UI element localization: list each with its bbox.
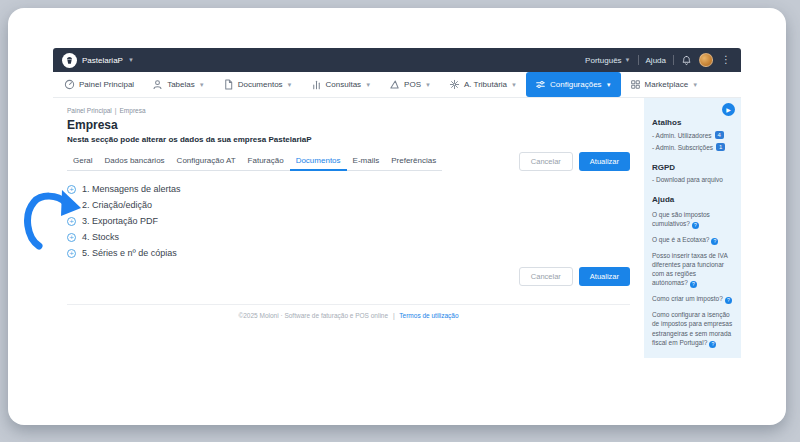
language-menu[interactable]: Português ▼ (585, 56, 630, 65)
accordion-label: 2. Criação/edição (82, 200, 152, 210)
rgpd-title: RGPD (652, 163, 733, 172)
shortcut-label: - Admin. Subscrições (652, 144, 713, 151)
main-nav: Painel Principal Tabelas ▼ Documentos ▼ (53, 72, 741, 98)
tab-faturacao[interactable]: Faturação (242, 153, 290, 170)
help-title: Ajuda (652, 195, 733, 204)
accordion-item-exportacao-pdf[interactable]: + 3. Exportação PDF (67, 213, 630, 229)
nav-item-consultas[interactable]: Consultas ▼ (302, 72, 381, 97)
help-circle-icon: ? (692, 222, 699, 229)
tab-geral[interactable]: Geral (67, 153, 99, 170)
reports-icon (311, 79, 322, 90)
collapse-sidebar-button[interactable]: ▶ (722, 103, 735, 116)
divider (673, 55, 674, 65)
sidebar-item-admin-subscricoes[interactable]: - Admin. Subscrições 1 (652, 143, 733, 151)
accordion-label: 1. Mensagens de alertas (82, 184, 181, 194)
nav-label: Consultas (326, 80, 362, 89)
help-link-criar-imposto[interactable]: Como criar um imposto?? (652, 294, 733, 304)
tab-dados-bancarios[interactable]: Dados bancários (99, 153, 171, 170)
pos-icon (389, 79, 400, 90)
settings-sliders-icon (535, 79, 546, 90)
nav-item-a-tributaria[interactable]: A. Tributária ▼ (440, 72, 526, 97)
notifications-button[interactable] (681, 55, 692, 66)
help-circle-icon: ? (709, 341, 716, 348)
divider (638, 55, 639, 65)
help-link-taxas-iva[interactable]: Posso inserir taxas de IVA diferentes pa… (652, 251, 733, 288)
sidebar: ▶ Atalhos - Admin. Utilizadores 4 - Admi… (644, 98, 741, 358)
documents-icon (223, 79, 234, 90)
help-link-impostos-cumulativos[interactable]: O que são impostos cumulativos?? (652, 210, 733, 229)
nav-item-configuracoes[interactable]: Configurações ▼ (526, 72, 621, 97)
nav-item-marketplace[interactable]: Marketplace ▼ (621, 72, 708, 97)
shortcut-label: - Admin. Utilizadores (652, 132, 712, 139)
app-frame: PastelariaP ▼ Português ▼ Ajuda (53, 48, 741, 358)
nav-item-documentos[interactable]: Documentos ▼ (214, 72, 302, 97)
nav-item-pos[interactable]: POS ▼ (380, 72, 440, 97)
chevron-down-icon: ▼ (625, 57, 631, 63)
topbar: PastelariaP ▼ Português ▼ Ajuda (53, 48, 741, 72)
chevron-down-icon: ▼ (606, 82, 612, 88)
update-button[interactable]: Atualizar (579, 152, 630, 171)
tabs-row: Geral Dados bancários Configuração AT Fa… (67, 152, 630, 171)
nav-label: Marketplace (645, 80, 689, 89)
help-link-label: Posso inserir taxas de IVA diferentes pa… (652, 252, 727, 286)
plus-circle-icon: + (67, 185, 76, 194)
tab-configuracao-at[interactable]: Configuração AT (171, 153, 242, 170)
help-circle-icon: ? (711, 238, 718, 245)
accordion-item-stocks[interactable]: + 4. Stocks (67, 229, 630, 245)
breadcrumb: Painel Principal | Empresa (67, 107, 630, 114)
sidebar-item-download-arquivo[interactable]: - Download para arquivo (652, 176, 733, 183)
nav-label: Tabelas (167, 80, 195, 89)
chevron-down-icon: ▼ (425, 82, 431, 88)
dashboard-icon (64, 79, 75, 90)
update-button[interactable]: Atualizar (579, 267, 630, 286)
cancel-button[interactable]: Cancelar (519, 152, 573, 171)
help-menu[interactable]: Ajuda (646, 56, 666, 65)
breadcrumb-parent[interactable]: Painel Principal (67, 107, 112, 114)
top-actions: Cancelar Atualizar (519, 152, 630, 171)
help-link-ecotaxa[interactable]: O que é a Ecotaxa?? (652, 235, 733, 245)
nav-item-painel-principal[interactable]: Painel Principal (55, 72, 143, 97)
accordion-item-series-copias[interactable]: + 5. Séries e nº de cópias (67, 245, 630, 261)
plus-circle-icon: + (67, 249, 76, 258)
chevron-down-icon: ▼ (199, 82, 205, 88)
tab-documentos[interactable]: Documentos (290, 153, 347, 171)
topbar-right: Português ▼ Ajuda ⋮ (585, 53, 732, 67)
nav-item-tabelas[interactable]: Tabelas ▼ (143, 72, 214, 97)
kebab-menu-icon[interactable]: ⋮ (720, 55, 732, 65)
accordion-item-mensagens-de-alertas[interactable]: + 1. Mensagens de alertas (67, 181, 630, 197)
tab-preferencias[interactable]: Preferências (385, 153, 442, 170)
avatar[interactable] (699, 53, 713, 67)
chevron-down-icon: ▼ (692, 82, 698, 88)
plus-circle-icon: + (67, 201, 76, 210)
tax-authority-icon (449, 79, 460, 90)
copyright-text: ©2025 Moloni · Software de faturação e P… (238, 312, 388, 319)
breadcrumb-current: Empresa (120, 107, 146, 114)
terms-link[interactable]: Termos de utilização (399, 312, 458, 319)
nav-label: Painel Principal (79, 80, 134, 89)
company-name: PastelariaP (82, 56, 123, 65)
help-link-isencao-impostos[interactable]: Como configurar a isenção de impostos pa… (652, 310, 733, 347)
rgpd-label: - Download para arquivo (652, 176, 723, 183)
help-circle-icon: ? (725, 297, 732, 304)
chevron-down-icon: ▼ (287, 82, 293, 88)
help-link-label: Como configurar a isenção de impostos pa… (652, 311, 732, 345)
footer: ©2025 Moloni · Software de faturação e P… (67, 304, 630, 319)
bottom-actions: Cancelar Atualizar (67, 267, 630, 286)
tab-emails[interactable]: E-mails (347, 153, 386, 170)
sidebar-item-admin-utilizadores[interactable]: - Admin. Utilizadores 4 (652, 131, 733, 139)
accordion-label: 4. Stocks (82, 232, 119, 242)
accordion: + 1. Mensagens de alertas + 2. Criação/e… (67, 181, 630, 261)
main-panel: Painel Principal | Empresa Empresa Nesta… (53, 98, 644, 358)
chevron-right-icon: ▶ (726, 106, 731, 113)
plus-circle-icon: + (67, 217, 76, 226)
chevron-down-icon: ▼ (128, 57, 134, 63)
accordion-item-criacao-edicao[interactable]: + 2. Criação/edição (67, 197, 630, 213)
language-label: Português (585, 56, 621, 65)
nav-label: A. Tributária (464, 80, 507, 89)
company-menu[interactable]: PastelariaP ▼ (62, 53, 134, 68)
bell-icon (681, 55, 692, 66)
accordion-label: 5. Séries e nº de cópias (82, 248, 177, 258)
tabs: Geral Dados bancários Configuração AT Fa… (67, 153, 442, 171)
cancel-button[interactable]: Cancelar (519, 267, 573, 286)
footer-separator: | (393, 312, 395, 319)
